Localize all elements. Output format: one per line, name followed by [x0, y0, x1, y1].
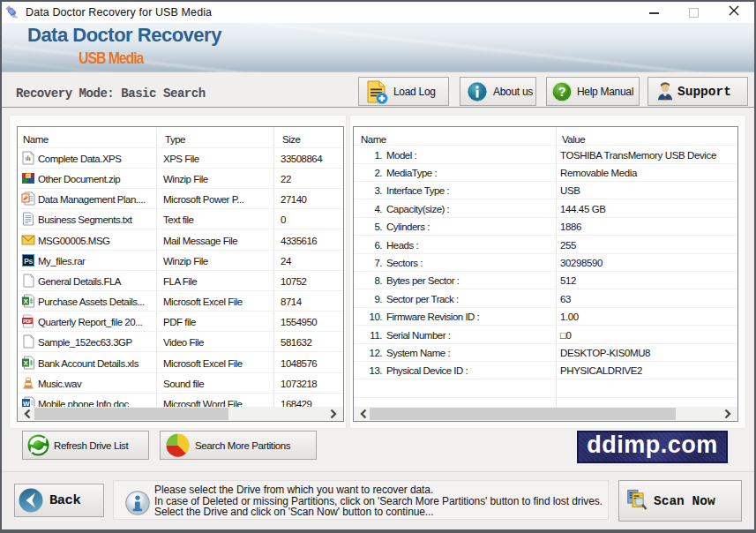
svg-text:Ps: Ps: [24, 256, 33, 265]
svg-text:?: ?: [558, 85, 566, 99]
svg-text:PDF: PDF: [23, 319, 33, 324]
